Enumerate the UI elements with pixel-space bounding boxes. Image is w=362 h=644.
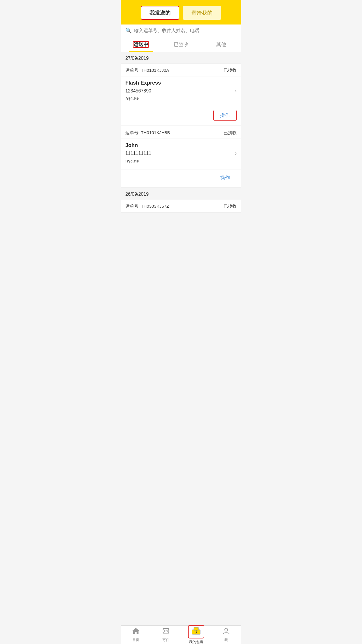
recipient-address-2: กรุงเทพ <box>125 158 237 164</box>
chevron-right-icon-1: › <box>235 88 237 94</box>
status-2: 已揽收 <box>224 130 237 136</box>
package-card-3: 运单号: TH0303KJ67Z 已揽收 <box>121 199 241 213</box>
action-button-2[interactable]: 操作 <box>213 172 237 183</box>
tracking-number-3: 运单号: TH0303KJ67Z <box>125 204 169 209</box>
tab-other-label: 其他 <box>216 42 226 47</box>
header: 我发送的 寄给我的 <box>121 0 241 24</box>
tab-in-transit-label: 运送中 <box>133 41 149 48</box>
card-footer-2: 操作 <box>121 169 241 187</box>
tab-signed[interactable]: 已签收 <box>161 37 201 52</box>
package-card-2: 运单号: TH0101KJH8B 已揽收 John 1111111111 › ก… <box>121 126 241 188</box>
status-3: 已揽收 <box>224 204 237 209</box>
sent-tab-button[interactable]: 我发送的 <box>141 6 179 20</box>
recipient-phone-2: 1111111111 <box>125 151 151 156</box>
search-input[interactable] <box>134 28 237 33</box>
received-tab-button[interactable]: 寄给我的 <box>183 6 221 20</box>
recipient-name-1: Flash Express <box>125 80 237 86</box>
package-card-1: 运单号: TH0101KJJ0A 已揽收 Flash Express 12345… <box>121 63 241 125</box>
card-header-3: 运单号: TH0303KJ67Z 已揽收 <box>121 200 241 212</box>
status-1: 已揽收 <box>224 68 237 73</box>
date-group-1: 27/09/2019 <box>121 52 241 63</box>
search-bar: 🔍 <box>121 24 241 37</box>
date-group-2: 26/09/2019 <box>121 188 241 199</box>
card-body-1: Flash Express 1234567890 › กรุงเทพ <box>121 76 241 107</box>
card-footer-1: 操作 <box>121 107 241 125</box>
tab-other[interactable]: 其他 <box>201 37 241 52</box>
tabs-bar: 运送中 已签收 其他 <box>121 37 241 52</box>
tab-signed-label: 已签收 <box>174 42 189 47</box>
search-icon: 🔍 <box>125 27 132 34</box>
recipient-phone-1: 1234567890 <box>125 88 151 94</box>
recipient-address-1: กรุงเทพ <box>125 95 237 102</box>
card-body-2: John 1111111111 › กรุงเทพ <box>121 139 241 169</box>
card-header-1: 运单号: TH0101KJJ0A 已揽收 <box>121 64 241 76</box>
chevron-right-icon-2: › <box>235 150 237 156</box>
tracking-number-2: 运单号: TH0101KJH8B <box>125 130 170 136</box>
phone-row-2[interactable]: 1111111111 › <box>125 150 237 156</box>
tab-in-transit[interactable]: 运送中 <box>121 37 161 52</box>
tracking-number-1: 运单号: TH0101KJJ0A <box>125 68 169 73</box>
content-area: 27/09/2019 运单号: TH0101KJJ0A 已揽收 Flash Ex… <box>121 52 241 234</box>
card-header-2: 运单号: TH0101KJH8B 已揽收 <box>121 126 241 139</box>
recipient-name-2: John <box>125 142 237 148</box>
action-button-1[interactable]: 操作 <box>213 110 237 121</box>
phone-row-1[interactable]: 1234567890 › <box>125 88 237 94</box>
